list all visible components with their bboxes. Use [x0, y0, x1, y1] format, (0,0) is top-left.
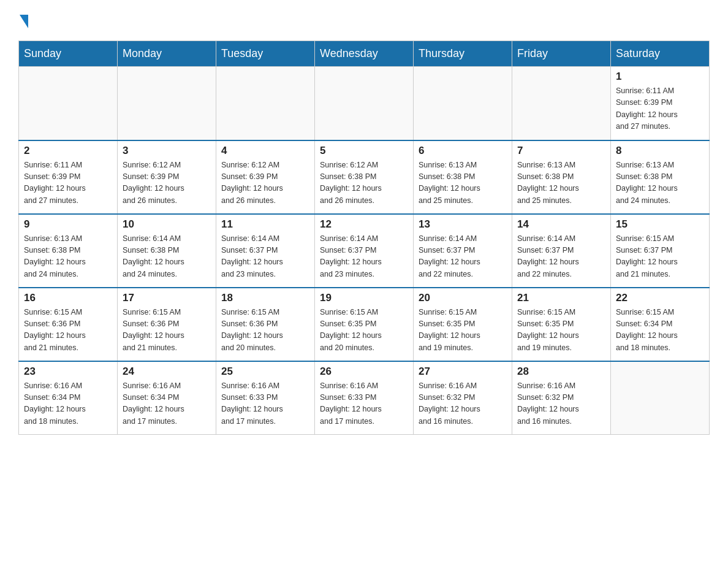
day-number: 8	[616, 145, 704, 157]
day-info: Sunrise: 6:15 AMSunset: 6:36 PMDaylight:…	[221, 307, 309, 354]
day-info: Sunrise: 6:16 AMSunset: 6:32 PMDaylight:…	[419, 380, 507, 428]
calendar-day-cell	[414, 67, 512, 140]
day-info: Sunrise: 6:15 AMSunset: 6:35 PMDaylight:…	[517, 307, 605, 354]
day-number: 11	[221, 218, 309, 231]
calendar-day-cell: 12Sunrise: 6:14 AMSunset: 6:37 PMDayligh…	[315, 214, 414, 288]
day-info: Sunrise: 6:12 AMSunset: 6:38 PMDaylight:…	[320, 159, 408, 207]
day-number: 15	[616, 218, 704, 231]
day-number: 23	[24, 366, 112, 378]
calendar-day-cell: 20Sunrise: 6:15 AMSunset: 6:35 PMDayligh…	[414, 288, 512, 361]
calendar-week-row: 1Sunrise: 6:11 AMSunset: 6:39 PMDaylight…	[19, 67, 710, 140]
day-info: Sunrise: 6:14 AMSunset: 6:37 PMDaylight:…	[221, 233, 309, 281]
calendar-day-cell: 8Sunrise: 6:13 AMSunset: 6:38 PMDaylight…	[611, 140, 710, 214]
day-info: Sunrise: 6:12 AMSunset: 6:39 PMDaylight:…	[123, 159, 211, 207]
calendar-day-cell: 3Sunrise: 6:12 AMSunset: 6:39 PMDaylight…	[118, 140, 216, 214]
day-number: 27	[419, 366, 507, 378]
day-info: Sunrise: 6:13 AMSunset: 6:38 PMDaylight:…	[616, 159, 704, 207]
day-number: 17	[123, 292, 211, 304]
calendar-week-row: 9Sunrise: 6:13 AMSunset: 6:38 PMDaylight…	[19, 214, 710, 288]
day-number: 28	[517, 366, 605, 378]
day-number: 24	[123, 366, 211, 378]
day-number: 3	[123, 145, 211, 157]
day-number: 10	[123, 218, 211, 231]
day-number: 14	[517, 218, 605, 231]
calendar-day-cell: 27Sunrise: 6:16 AMSunset: 6:32 PMDayligh…	[414, 361, 512, 435]
day-info: Sunrise: 6:14 AMSunset: 6:37 PMDaylight:…	[419, 233, 507, 281]
calendar-day-cell: 17Sunrise: 6:15 AMSunset: 6:36 PMDayligh…	[118, 288, 216, 361]
day-number: 22	[616, 292, 704, 304]
calendar-day-cell: 26Sunrise: 6:16 AMSunset: 6:33 PMDayligh…	[315, 361, 414, 435]
calendar-day-cell: 24Sunrise: 6:16 AMSunset: 6:34 PMDayligh…	[118, 361, 216, 435]
calendar-day-cell: 2Sunrise: 6:11 AMSunset: 6:39 PMDaylight…	[19, 140, 118, 214]
day-of-week-header: Saturday	[611, 41, 710, 67]
day-number: 6	[419, 145, 507, 157]
calendar-day-cell	[315, 67, 414, 140]
day-number: 26	[320, 366, 408, 378]
calendar-day-cell	[216, 67, 315, 140]
calendar-day-cell: 6Sunrise: 6:13 AMSunset: 6:38 PMDaylight…	[414, 140, 512, 214]
day-info: Sunrise: 6:13 AMSunset: 6:38 PMDaylight:…	[24, 233, 112, 281]
day-number: 18	[221, 292, 309, 304]
day-number: 19	[320, 292, 408, 304]
day-info: Sunrise: 6:16 AMSunset: 6:32 PMDaylight:…	[517, 380, 605, 428]
calendar-day-cell: 4Sunrise: 6:12 AMSunset: 6:39 PMDaylight…	[216, 140, 315, 214]
day-number: 25	[221, 366, 309, 378]
day-info: Sunrise: 6:15 AMSunset: 6:36 PMDaylight:…	[123, 307, 211, 354]
calendar-day-cell: 9Sunrise: 6:13 AMSunset: 6:38 PMDaylight…	[19, 214, 118, 288]
day-info: Sunrise: 6:14 AMSunset: 6:37 PMDaylight:…	[517, 233, 605, 281]
day-info: Sunrise: 6:15 AMSunset: 6:37 PMDaylight:…	[616, 233, 704, 281]
day-number: 9	[24, 218, 112, 231]
calendar-day-cell	[19, 67, 118, 140]
calendar-day-cell	[512, 67, 611, 140]
day-info: Sunrise: 6:11 AMSunset: 6:39 PMDaylight:…	[24, 159, 112, 207]
calendar-day-cell: 5Sunrise: 6:12 AMSunset: 6:38 PMDaylight…	[315, 140, 414, 214]
day-of-week-header: Monday	[118, 41, 216, 67]
day-number: 12	[320, 218, 408, 231]
day-number: 13	[419, 218, 507, 231]
day-number: 2	[24, 145, 112, 157]
day-number: 7	[517, 145, 605, 157]
calendar-week-row: 2Sunrise: 6:11 AMSunset: 6:39 PMDaylight…	[19, 140, 710, 214]
page-header	[18, 12, 710, 28]
calendar-day-cell: 23Sunrise: 6:16 AMSunset: 6:34 PMDayligh…	[19, 361, 118, 435]
calendar-day-cell: 16Sunrise: 6:15 AMSunset: 6:36 PMDayligh…	[19, 288, 118, 361]
calendar-day-cell: 25Sunrise: 6:16 AMSunset: 6:33 PMDayligh…	[216, 361, 315, 435]
day-info: Sunrise: 6:11 AMSunset: 6:39 PMDaylight:…	[616, 85, 704, 133]
day-info: Sunrise: 6:15 AMSunset: 6:36 PMDaylight:…	[24, 307, 112, 354]
day-number: 21	[517, 292, 605, 304]
day-info: Sunrise: 6:15 AMSunset: 6:35 PMDaylight:…	[419, 307, 507, 354]
calendar-day-cell	[118, 67, 216, 140]
day-number: 4	[221, 145, 309, 157]
day-info: Sunrise: 6:16 AMSunset: 6:33 PMDaylight:…	[221, 380, 309, 428]
day-info: Sunrise: 6:14 AMSunset: 6:37 PMDaylight:…	[320, 233, 408, 281]
day-info: Sunrise: 6:15 AMSunset: 6:34 PMDaylight:…	[616, 307, 704, 354]
day-of-week-header: Sunday	[19, 41, 118, 67]
calendar-day-cell: 13Sunrise: 6:14 AMSunset: 6:37 PMDayligh…	[414, 214, 512, 288]
calendar-day-cell: 21Sunrise: 6:15 AMSunset: 6:35 PMDayligh…	[512, 288, 611, 361]
day-info: Sunrise: 6:13 AMSunset: 6:38 PMDaylight:…	[517, 159, 605, 207]
day-info: Sunrise: 6:13 AMSunset: 6:38 PMDaylight:…	[419, 159, 507, 207]
logo	[18, 12, 28, 28]
day-info: Sunrise: 6:14 AMSunset: 6:38 PMDaylight:…	[123, 233, 211, 281]
day-number: 16	[24, 292, 112, 304]
day-number: 5	[320, 145, 408, 157]
calendar-day-cell: 19Sunrise: 6:15 AMSunset: 6:35 PMDayligh…	[315, 288, 414, 361]
calendar-day-cell: 22Sunrise: 6:15 AMSunset: 6:34 PMDayligh…	[611, 288, 710, 361]
logo-triangle-icon	[20, 15, 28, 28]
day-of-week-header: Thursday	[414, 41, 512, 67]
calendar-header-row: SundayMondayTuesdayWednesdayThursdayFrid…	[19, 41, 710, 67]
calendar-day-cell: 14Sunrise: 6:14 AMSunset: 6:37 PMDayligh…	[512, 214, 611, 288]
day-info: Sunrise: 6:16 AMSunset: 6:34 PMDaylight:…	[24, 380, 112, 428]
calendar-week-row: 16Sunrise: 6:15 AMSunset: 6:36 PMDayligh…	[19, 288, 710, 361]
day-number: 20	[419, 292, 507, 304]
day-of-week-header: Tuesday	[216, 41, 315, 67]
calendar-week-row: 23Sunrise: 6:16 AMSunset: 6:34 PMDayligh…	[19, 361, 710, 435]
day-info: Sunrise: 6:15 AMSunset: 6:35 PMDaylight:…	[320, 307, 408, 354]
day-info: Sunrise: 6:16 AMSunset: 6:34 PMDaylight:…	[123, 380, 211, 428]
day-of-week-header: Friday	[512, 41, 611, 67]
calendar-day-cell: 28Sunrise: 6:16 AMSunset: 6:32 PMDayligh…	[512, 361, 611, 435]
calendar-day-cell: 11Sunrise: 6:14 AMSunset: 6:37 PMDayligh…	[216, 214, 315, 288]
day-info: Sunrise: 6:16 AMSunset: 6:33 PMDaylight:…	[320, 380, 408, 428]
day-number: 1	[616, 71, 704, 83]
calendar-table: SundayMondayTuesdayWednesdayThursdayFrid…	[18, 40, 710, 435]
